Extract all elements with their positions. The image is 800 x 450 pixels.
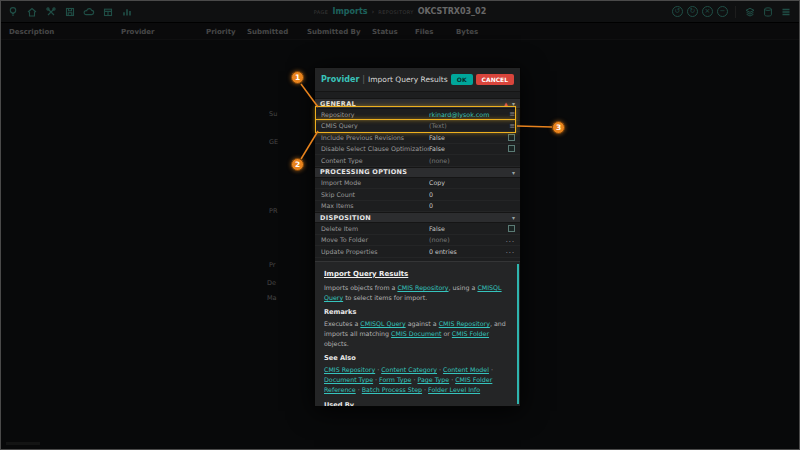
property-label: Skip Count	[321, 191, 429, 198]
cancel-button[interactable]: CANCEL	[476, 74, 514, 85]
property-label: Disable Select Clause Optimization	[321, 145, 429, 152]
dialog-header: Provider | Import Query Results OK CANCE…	[315, 68, 520, 92]
docs-intro: Imports objects from a CMIS Repository, …	[324, 283, 510, 303]
property-value[interactable]: (none)	[429, 236, 506, 243]
doc-text: objects.	[324, 340, 349, 347]
docs-remarks-heading: Remarks	[324, 308, 510, 316]
section-header[interactable]: PROCESSING OPTIONS▾	[315, 167, 520, 178]
property-row: Content Type(none)	[315, 155, 520, 167]
doc-link[interactable]: Document Type	[324, 376, 373, 383]
property-label: Delete Item	[321, 225, 429, 232]
docs-panel: Import Query Results Imports objects fro…	[315, 261, 520, 406]
property-value[interactable]: Copy	[429, 179, 515, 186]
doc-link[interactable]: CMIS Document	[391, 330, 441, 337]
doc-text: , using a	[449, 284, 478, 291]
doc-text: to select items for import.	[343, 294, 427, 301]
ellipsis-button[interactable]: ...	[506, 247, 515, 255]
docs-title: Import Query Results	[324, 270, 510, 278]
doc-link[interactable]: Form Type	[379, 376, 411, 383]
property-value[interactable]: 0 entries	[429, 248, 506, 255]
doc-text: against a	[406, 320, 439, 327]
property-label: Move To Folder	[321, 236, 429, 243]
doc-link[interactable]: Content Model	[443, 366, 489, 373]
ellipsis-button[interactable]: ...	[506, 236, 515, 244]
property-value[interactable]: (none)	[429, 157, 515, 164]
highlight-box-repository	[315, 106, 516, 120]
property-value[interactable]: False	[429, 145, 508, 152]
callout-2: 2	[291, 158, 304, 171]
doc-link[interactable]: CMIS Folder	[452, 330, 489, 337]
chevron-down-icon: ▾	[512, 214, 515, 221]
see-also-links: CMIS Repository · Content Category · Con…	[324, 365, 510, 395]
doc-text: Imports objects from a	[324, 284, 397, 291]
doc-link[interactable]: Folder Level Info	[428, 386, 480, 393]
doc-link[interactable]: Page Type	[417, 376, 449, 383]
property-label: Max Items	[321, 202, 429, 209]
app-window: PAGE Imports › REPOSITORY OKCSTRX03_02 ↺…	[0, 0, 800, 450]
dialog-title-separator: |	[362, 75, 365, 84]
doc-link[interactable]: CMIS Repository	[397, 284, 448, 291]
docs-used-by-heading: Used By	[324, 401, 510, 407]
property-row: Skip Count0	[315, 189, 520, 201]
checkbox[interactable]	[508, 134, 515, 141]
section-label: PROCESSING OPTIONS	[320, 168, 512, 176]
doc-link[interactable]: CMIS Repository	[324, 366, 375, 373]
chevron-down-icon: ▾	[512, 169, 515, 176]
doc-link[interactable]: CMISQL Query	[360, 320, 405, 327]
property-value[interactable]: False	[429, 225, 508, 232]
property-row: Disable Select Clause OptimizationFalse	[315, 144, 520, 156]
property-row: Delete ItemFalse	[315, 223, 520, 235]
docs-see-also-heading: See Also	[324, 354, 510, 362]
callout-1: 1	[291, 71, 304, 84]
doc-separator: ·	[489, 366, 493, 373]
dialog-provider-label: Provider	[321, 75, 359, 84]
property-value[interactable]: False	[429, 134, 508, 141]
property-label: Content Type	[321, 157, 429, 164]
ok-button[interactable]: OK	[451, 74, 473, 85]
dialog-buttons: OK CANCEL	[451, 74, 514, 85]
property-label: Include Previous Revisions	[321, 134, 429, 141]
property-value[interactable]: 0	[429, 191, 515, 198]
property-label: Update Properties	[321, 248, 429, 255]
property-row: Move To Folder(none)...	[315, 235, 520, 247]
highlight-box-cmis-query	[315, 119, 516, 133]
checkbox[interactable]	[508, 225, 515, 232]
dialog-title: Import Query Results	[368, 75, 448, 84]
doc-link[interactable]: Content Category	[381, 366, 437, 373]
property-row: Include Previous RevisionsFalse	[315, 132, 520, 144]
property-row: Update Properties0 entries...	[315, 246, 520, 258]
property-value[interactable]: 0	[429, 202, 515, 209]
section-header[interactable]: DISPOSITION▾	[315, 212, 520, 223]
doc-text: or	[441, 330, 451, 337]
checkbox[interactable]	[508, 145, 515, 152]
property-row: Max Items0	[315, 201, 520, 213]
property-label: Import Mode	[321, 179, 429, 186]
docs-remarks: Executes a CMISQL Query against a CMIS R…	[324, 319, 510, 349]
callout-3: 3	[552, 121, 565, 134]
doc-link[interactable]: Batch Process Step	[362, 386, 422, 393]
property-row: Import ModeCopy	[315, 178, 520, 190]
doc-link[interactable]: CMIS Repository	[439, 320, 490, 327]
doc-text: Executes a	[324, 320, 360, 327]
section-label: DISPOSITION	[320, 214, 512, 222]
